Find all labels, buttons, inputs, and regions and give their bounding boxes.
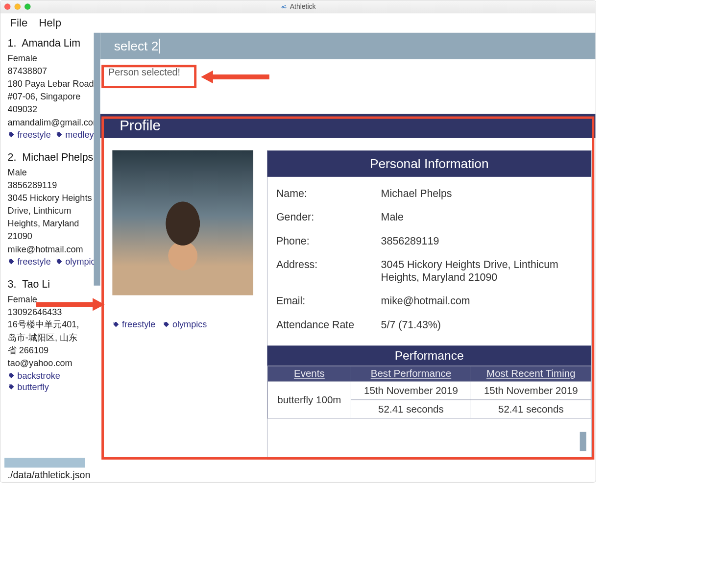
tag: freestyle [8,257,51,267]
tag-icon [8,384,15,391]
tag-icon [8,372,15,380]
person-email: tao@yahoo.com [8,357,100,369]
person-index: 2. [8,151,17,163]
person-addr: #07-06, Singapore [8,90,100,103]
table-row: butterfly 100m 15th November 2019 15th N… [267,381,591,400]
person-addr: 3045 Hickory Heights [8,192,100,204]
menubar: File Help [0,13,596,32]
value-name: Michael Phelps [381,187,582,199]
scrollbar[interactable] [94,33,100,286]
cell-recent-date: 15th November 2019 [471,381,591,400]
label-name: Name: [276,187,373,199]
people-list: 1. Amanda Lim Female 87438807 180 Paya L… [0,33,100,392]
cell-event: butterfly 100m [267,381,351,418]
zoom-icon[interactable] [24,3,30,9]
command-text: select 2 [114,39,160,53]
tag-icon [56,258,63,266]
person-phone: 13092646433 [8,306,100,318]
person-addr: 409032 [8,103,100,116]
person-email: amandalim@gmail.com [8,116,100,129]
minimize-icon[interactable] [15,3,21,9]
sidebar: 1. Amanda Lim Female 87438807 180 Paya L… [0,33,100,460]
tag: olympics [56,257,100,267]
progress-bar [4,458,85,468]
performance-table: Events Best Performance Most Recent Timi… [267,366,591,418]
label-phone: Phone: [276,235,373,247]
personal-info-table: Name:Michael Phelps Gender:Male Phone:38… [267,177,591,345]
person-addr: 岛市-城阳区, 山东 [8,331,100,344]
cell-best-date: 15th November 2019 [351,381,471,400]
close-icon[interactable] [4,3,10,9]
label-email: Email: [276,295,373,307]
app-window: Athletick File Help 1. Amanda Lim Female… [0,0,596,483]
list-item[interactable]: 2. Michael Phelps Male 3856289119 3045 H… [8,150,100,267]
label-attendance: Attendance Rate [276,318,373,331]
tag: freestyle [8,130,51,140]
tag: butterfly [8,382,49,392]
person-gender: Male [8,166,100,178]
col-recent: Most Recent Timing [471,366,591,381]
tag-icon [8,258,15,266]
person-index: 1. [8,37,17,49]
menu-help[interactable]: Help [39,17,61,29]
statusbar: ./data/athletick.json [0,460,596,482]
person-email: mike@hotmail.com [8,243,100,256]
window-controls [4,3,30,9]
value-email: mike@hotmail.com [381,295,582,307]
value-attendance: 5/7 (71.43%) [381,318,582,331]
status-path: ./data/athletick.json [8,469,91,481]
personal-info-title: Personal Information [267,150,591,176]
window-title: Athletick [0,2,596,10]
col-best: Best Performance [351,366,471,381]
svg-point-0 [285,5,286,6]
tag-icon [56,131,63,139]
person-phone: 87438807 [8,65,100,77]
person-addr: 180 Paya Lebar Road [8,77,100,90]
cell-best-time: 52.41 seconds [351,400,471,418]
value-address: 3045 Hickory Heights Drive, Linthicum He… [381,259,582,284]
person-gender: Female [8,52,100,65]
value-gender: Male [381,211,582,223]
performance-title: Performance [267,345,591,366]
person-addr: 21090 [8,230,100,243]
value-phone: 3856289119 [381,235,582,247]
tag: medley [56,130,94,140]
result-message: Person selected! [100,59,596,85]
person-phone: 3856289119 [8,179,100,192]
scrollbar[interactable] [580,432,586,451]
person-index: 3. [8,278,17,290]
person-gender: Female [8,293,100,305]
person-name: Tao Li [22,278,50,290]
titlebar: Athletick [0,0,596,13]
col-events: Events [267,366,351,381]
command-input[interactable]: select 2 [100,33,596,59]
tag-icon [112,321,120,328]
label-address: Address: [276,259,373,284]
tag-icon [8,131,15,139]
tag: olympics [163,319,207,330]
person-name: Amanda Lim [22,37,80,49]
person-addr: Heights, Maryland [8,217,100,230]
tag: backstroke [8,370,60,381]
tag-icon [163,321,170,328]
window-title-text: Athletick [290,2,316,10]
list-item[interactable]: 3. Tao Li Female 13092646433 16号楼中单元401,… [8,277,100,392]
swim-icon [280,4,288,10]
profile-title: Profile [100,114,596,138]
cell-recent-time: 52.41 seconds [471,400,591,418]
person-name: Michael Phelps [22,151,93,163]
tag: freestyle [112,319,155,330]
person-addr: 16号楼中单元401, [8,318,100,331]
label-gender: Gender: [276,211,373,223]
profile-photo [112,150,253,295]
profile-panel: Profile freestyle olympics Personal Info… [100,114,596,460]
person-addr: Drive, Linthicum [8,204,100,217]
list-item[interactable]: 1. Amanda Lim Female 87438807 180 Paya L… [8,36,100,140]
body: 1. Amanda Lim Female 87438807 180 Paya L… [0,33,596,460]
person-addr: 省 266109 [8,344,100,357]
menu-file[interactable]: File [10,17,28,29]
main: select 2 Person selected! Profile freest… [100,33,596,460]
